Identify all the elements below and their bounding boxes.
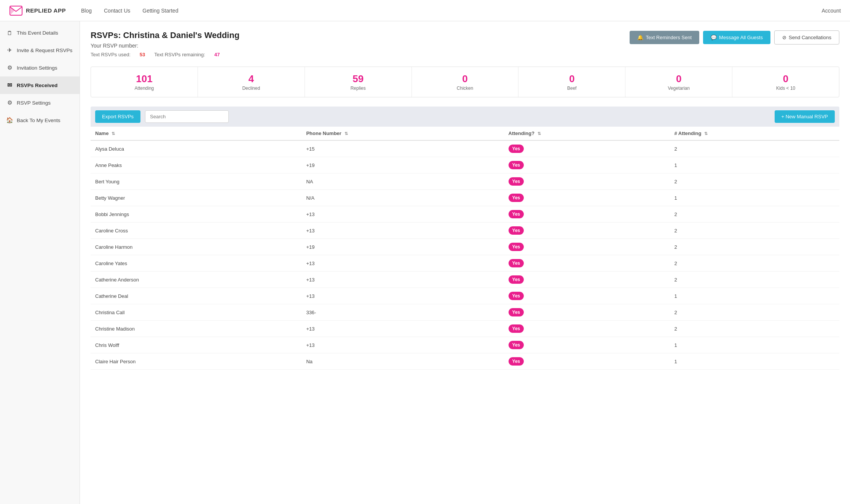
attending-badge: Yes xyxy=(509,226,524,235)
table-row[interactable]: Anne Peaks +19 Yes 1 xyxy=(91,157,839,173)
attending-badge: Yes xyxy=(509,177,524,186)
stat-attending: 101 Attending xyxy=(91,67,198,97)
table-row[interactable]: Christina Call 336- Yes 2 xyxy=(91,304,839,321)
cell-phone: +13 xyxy=(301,255,504,272)
cell-attending: Yes xyxy=(504,223,670,239)
cell-count: 2 xyxy=(670,239,839,255)
new-manual-rsvp-button[interactable]: + New Manual RSVP xyxy=(775,110,835,123)
table-row[interactable]: Caroline Yates +13 Yes 2 xyxy=(91,255,839,272)
col-count[interactable]: # Attending ⇅ xyxy=(670,127,839,140)
cell-attending: Yes xyxy=(504,353,670,370)
nav-contact[interactable]: Contact Us xyxy=(104,8,130,14)
attending-badge: Yes xyxy=(509,145,524,153)
cell-count: 2 xyxy=(670,304,839,321)
cell-phone: +19 xyxy=(301,157,504,173)
table-row[interactable]: Chris Wolff +13 Yes 1 xyxy=(91,337,839,353)
cell-count: 2 xyxy=(670,206,839,223)
text-rsvps-used-label: Text RSVPs used: xyxy=(91,52,131,57)
rsvp-number-row: Your RSVP number: xyxy=(91,43,630,49)
sidebar-item-invite-request[interactable]: ✈ Invite & Request RSVPs xyxy=(0,41,80,59)
cell-phone: +13 xyxy=(301,337,504,353)
attending-badge: Yes xyxy=(509,259,524,267)
cell-phone: +13 xyxy=(301,223,504,239)
attending-badge: Yes xyxy=(509,357,524,366)
sidebar-item-rsvp-settings[interactable]: ⚙ RSVP Settings xyxy=(0,94,80,111)
cell-attending: Yes xyxy=(504,255,670,272)
cell-count: 2 xyxy=(670,255,839,272)
cell-attending: Yes xyxy=(504,272,670,288)
table-toolbar: Export RSVPs + New Manual RSVP xyxy=(91,107,839,127)
stat-replies-value: 59 xyxy=(308,73,408,85)
attending-badge: Yes xyxy=(509,210,524,218)
table-row[interactable]: Claire Hair Person Na Yes 1 xyxy=(91,353,839,370)
attending-badge: Yes xyxy=(509,308,524,316)
cell-count: 2 xyxy=(670,272,839,288)
cell-count: 2 xyxy=(670,173,839,190)
stat-vegetarian-value: 0 xyxy=(628,73,729,85)
attending-badge: Yes xyxy=(509,292,524,300)
sidebar-item-invitation-settings[interactable]: ⚙ Invitation Settings xyxy=(0,59,80,76)
stat-vegetarian: 0 Vegetarian xyxy=(625,67,732,97)
table-header-row: Name ⇅ Phone Number ⇅ Attending? ⇅ # Att… xyxy=(91,127,839,140)
table-row[interactable]: Catherine Anderson +13 Yes 2 xyxy=(91,272,839,288)
sidebar-label-invitation-settings: Invitation Settings xyxy=(17,65,57,71)
account-link[interactable]: Account xyxy=(821,8,841,14)
col-phone[interactable]: Phone Number ⇅ xyxy=(301,127,504,140)
stat-beef: 0 Beef xyxy=(518,67,625,97)
table-row[interactable]: Catherine Deal +13 Yes 1 xyxy=(91,288,839,304)
cell-phone: +13 xyxy=(301,321,504,337)
sort-name-icon: ⇅ xyxy=(112,131,115,136)
nav-links: Blog Contact Us Getting Started xyxy=(81,8,821,14)
table-row[interactable]: Christine Madison +13 Yes 2 xyxy=(91,321,839,337)
table-body: Alysa Deluca +15 Yes 2 Anne Peaks +19 Ye… xyxy=(91,140,839,370)
cancel-icon: ⊘ xyxy=(782,35,786,40)
cell-count: 1 xyxy=(670,288,839,304)
nav-blog[interactable]: Blog xyxy=(81,8,92,14)
text-reminders-button[interactable]: 🔔 Text Reminders Sent xyxy=(630,31,699,44)
rsvps-received-icon: ✉ xyxy=(6,82,13,89)
cell-attending: Yes xyxy=(504,239,670,255)
sidebar-item-this-event-details[interactable]: 🗒 This Event Details xyxy=(0,24,80,41)
sidebar-item-back-to-events[interactable]: 🏠 Back To My Events xyxy=(0,111,80,129)
export-rsvps-button[interactable]: Export RSVPs xyxy=(95,110,140,123)
message-all-label: Message All Guests xyxy=(719,35,763,40)
table-row[interactable]: Bobbi Jennings +13 Yes 2 xyxy=(91,206,839,223)
text-rsvps-remaining-value: 47 xyxy=(214,52,220,57)
search-input[interactable] xyxy=(145,110,229,123)
table-row[interactable]: Betty Wagner N/A Yes 1 xyxy=(91,190,839,206)
cell-attending: Yes xyxy=(504,140,670,157)
nav-getting-started[interactable]: Getting Started xyxy=(142,8,178,14)
sidebar-label-back: Back To My Events xyxy=(17,118,61,123)
cell-name: Catherine Anderson xyxy=(91,272,301,288)
stat-attending-value: 101 xyxy=(94,73,195,85)
message-all-button[interactable]: 💬 Message All Guests xyxy=(703,31,770,44)
cell-count: 2 xyxy=(670,223,839,239)
col-name[interactable]: Name ⇅ xyxy=(91,127,301,140)
cell-count: 2 xyxy=(670,321,839,337)
table-row[interactable]: Caroline Cross +13 Yes 2 xyxy=(91,223,839,239)
cell-phone: +19 xyxy=(301,239,504,255)
stat-replies-label: Replies xyxy=(308,86,408,91)
attending-badge: Yes xyxy=(509,243,524,251)
rsvp-number-label: Your RSVP number: xyxy=(91,43,138,49)
cell-attending: Yes xyxy=(504,206,670,223)
send-cancellations-button[interactable]: ⊘ Send Cancellations xyxy=(774,30,839,45)
cell-count: 1 xyxy=(670,157,839,173)
cell-name: Christine Madison xyxy=(91,321,301,337)
svg-marker-1 xyxy=(11,7,14,14)
table-row[interactable]: Caroline Harmon +19 Yes 2 xyxy=(91,239,839,255)
stat-beef-value: 0 xyxy=(521,73,622,85)
col-attending[interactable]: Attending? ⇅ xyxy=(504,127,670,140)
table-row[interactable]: Alysa Deluca +15 Yes 2 xyxy=(91,140,839,157)
cell-count: 2 xyxy=(670,140,839,157)
sidebar-label-this-event-details: This Event Details xyxy=(17,30,58,36)
table-row[interactable]: Bert Young NA Yes 2 xyxy=(91,173,839,190)
stat-replies: 59 Replies xyxy=(305,67,412,97)
cell-attending: Yes xyxy=(504,304,670,321)
back-icon: 🏠 xyxy=(6,117,13,124)
attending-badge: Yes xyxy=(509,341,524,349)
cell-attending: Yes xyxy=(504,157,670,173)
sidebar-item-rsvps-received[interactable]: ✉ RSVPs Received xyxy=(0,76,80,94)
cell-name: Catherine Deal xyxy=(91,288,301,304)
stat-declined-label: Declined xyxy=(201,86,301,91)
